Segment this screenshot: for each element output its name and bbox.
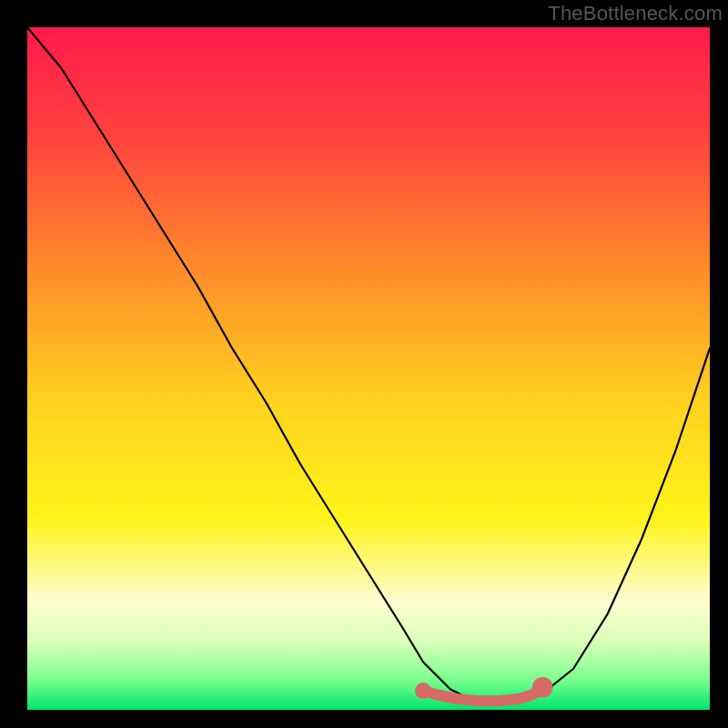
gradient-background <box>27 27 710 710</box>
chart-plot <box>27 27 710 710</box>
chart-svg <box>27 27 710 710</box>
sweet-spot-end <box>532 677 553 698</box>
watermark-text: TheBottleneck.com <box>548 2 723 25</box>
stage: TheBottleneck.com <box>0 0 728 728</box>
sweet-spot-start <box>415 682 431 699</box>
